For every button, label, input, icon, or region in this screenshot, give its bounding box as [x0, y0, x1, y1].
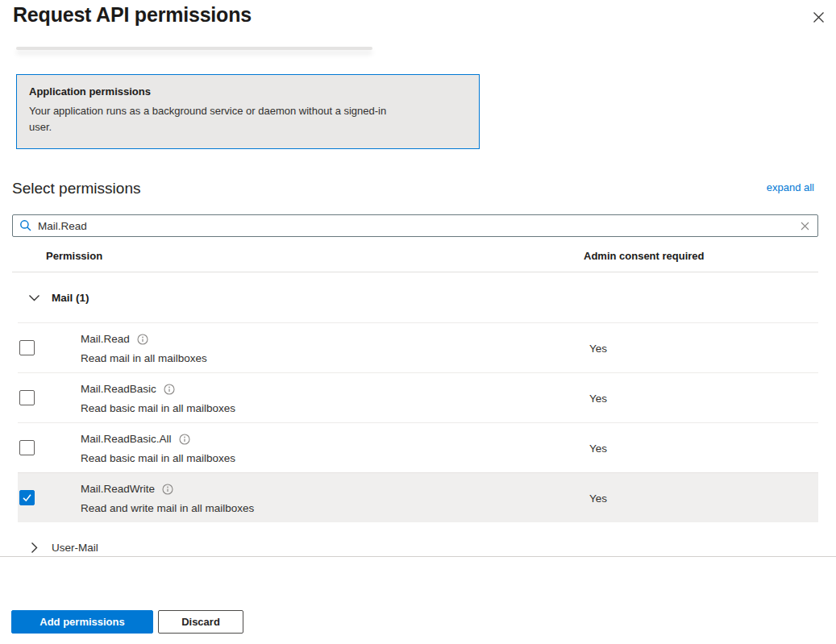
chevron-down-icon [27, 291, 41, 305]
permission-row[interactable]: Mail.Read Read mail in all mailboxes Yes [18, 322, 818, 372]
permission-name: Mail.Read [81, 333, 130, 345]
permission-checkbox[interactable] [19, 490, 35, 505]
close-icon[interactable] [809, 7, 828, 27]
permission-list: Mail (1) Mail.Read Read mail in all mail… [0, 272, 836, 557]
permission-group-row[interactable]: User-Mail [18, 522, 818, 557]
info-icon[interactable] [179, 434, 190, 445]
permission-checkbox[interactable] [19, 440, 35, 455]
permission-name: Mail.ReadBasic.All [81, 433, 172, 445]
page-title: Request API permissions [13, 3, 252, 27]
request-api-permissions-panel: Request API permissions Application perm… [0, 0, 836, 644]
admin-consent-value: Yes [589, 342, 607, 354]
column-header-admin-consent: Admin consent required [584, 250, 705, 262]
select-permissions-heading: Select permissions [12, 180, 140, 197]
group-label: User-Mail [52, 542, 98, 554]
chevron-icon [27, 541, 41, 555]
permission-name: Mail.ReadWrite [81, 483, 155, 495]
permission-description: Read and write mail in all mailboxes [81, 502, 254, 514]
admin-consent-value: Yes [589, 392, 607, 404]
card-title: Application permissions [29, 85, 467, 98]
info-icon[interactable] [137, 334, 148, 345]
info-icon[interactable] [162, 484, 173, 495]
search-box[interactable] [12, 214, 818, 237]
chevron-right-icon [27, 541, 41, 555]
scrolled-content-shadow [16, 47, 372, 50]
discard-button[interactable]: Discard [158, 610, 243, 634]
permission-name: Mail.ReadBasic [81, 383, 156, 395]
admin-consent-value: Yes [589, 442, 607, 454]
add-permissions-button[interactable]: Add permissions [11, 610, 153, 634]
table-header: Permission Admin consent required [12, 244, 818, 272]
footer-actions: Add permissions Discard [11, 610, 243, 634]
admin-consent-value: Yes [589, 492, 607, 504]
permission-row[interactable]: Mail.ReadWrite Read and write mail in al… [18, 472, 818, 522]
permission-row[interactable]: Mail.ReadBasic Read basic mail in all ma… [18, 372, 818, 422]
permission-description: Read basic mail in all mailboxes [81, 402, 235, 414]
search-input[interactable] [38, 220, 799, 232]
column-header-permission: Permission [46, 250, 102, 262]
permission-checkbox[interactable] [19, 390, 35, 405]
group-label: Mail (1) [52, 292, 89, 304]
card-description: Your application runs as a background se… [29, 103, 401, 135]
search-icon [19, 219, 32, 232]
expand-all-link[interactable]: expand all [767, 181, 814, 193]
permission-checkbox[interactable] [19, 340, 35, 355]
permission-description: Read basic mail in all mailboxes [81, 452, 235, 464]
info-icon[interactable] [164, 384, 175, 395]
chevron-icon [27, 291, 41, 305]
permission-group-row[interactable]: Mail (1) [18, 272, 818, 322]
permission-description: Read mail in all mailboxes [81, 352, 207, 364]
application-permissions-card[interactable]: Application permissions Your application… [16, 74, 480, 149]
permission-row[interactable]: Mail.ReadBasic.All Read basic mail in al… [18, 422, 818, 472]
clear-search-icon[interactable] [799, 220, 811, 232]
